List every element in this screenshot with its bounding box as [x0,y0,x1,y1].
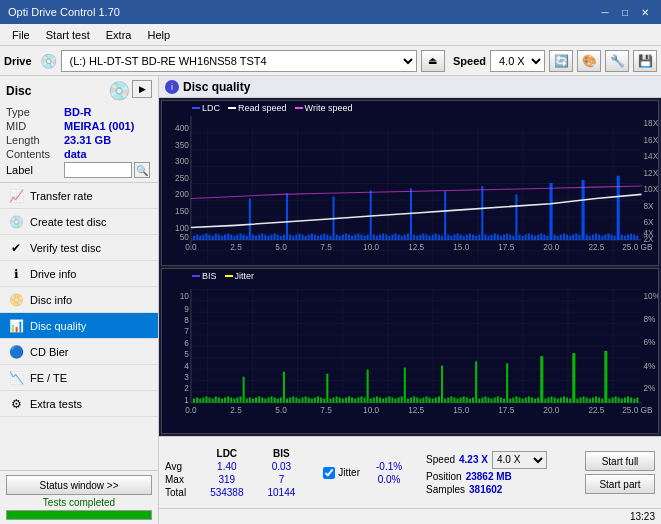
nav-transfer-rate[interactable]: 📈 Transfer rate [0,183,158,209]
svg-rect-247 [329,399,331,403]
svg-text:12X: 12X [644,169,658,178]
save-btn[interactable]: 💾 [633,50,657,72]
nav-create-test-disc[interactable]: 💿 Create test disc [0,209,158,235]
nav-disc-info[interactable]: 📀 Disc info [0,287,158,313]
svg-rect-149 [560,235,562,240]
svg-rect-312 [531,398,533,403]
extra-tests-icon: ⚙ [8,396,24,412]
drive-select[interactable]: (L:) HL-DT-ST BD-RE WH16NS58 TST4 [61,50,417,72]
col-ldc: LDC [198,447,255,460]
nav-cd-bier[interactable]: 🔵 CD Bier [0,339,158,365]
disc-label-btn[interactable]: 🔍 [134,162,150,178]
chart1-svg: 400 350 300 250 200 150 100 50 18X 16X 1… [162,101,658,265]
menu-file[interactable]: File [4,27,38,43]
svg-rect-241 [311,399,313,403]
svg-text:14X: 14X [644,152,658,161]
svg-rect-311 [528,396,530,402]
svg-rect-310 [525,398,527,403]
svg-rect-280 [432,399,434,403]
refresh-btn[interactable]: 🔄 [549,50,573,72]
nav-drive-info[interactable]: ℹ Drive info [0,261,158,287]
settings-btn2[interactable]: 🔧 [605,50,629,72]
svg-rect-313 [534,399,536,403]
svg-text:3: 3 [184,373,189,382]
svg-rect-161 [598,235,600,240]
chart-ldc: LDC Read speed Write speed [161,100,659,266]
svg-rect-225 [261,398,263,403]
nav-disc-quality[interactable]: 📊 Disc quality [0,313,158,339]
svg-rect-214 [227,396,229,402]
svg-rect-272 [407,399,409,403]
menu-extra[interactable]: Extra [98,27,140,43]
svg-rect-279 [429,398,431,403]
svg-rect-219 [243,377,245,403]
legend-jitter-label: Jitter [235,271,255,281]
svg-rect-237 [298,399,300,403]
svg-rect-46 [240,234,242,240]
close-btn[interactable]: ✕ [637,5,653,19]
eject-btn[interactable]: ⏏ [421,50,445,72]
svg-rect-267 [391,398,393,403]
speed-label: Speed [453,55,486,67]
svg-rect-121 [472,235,474,240]
svg-rect-53 [261,234,263,240]
content-area: i Disc quality LDC Read speed [159,76,661,524]
svg-rect-137 [522,236,524,240]
svg-rect-60 [283,235,285,240]
svg-rect-208 [209,398,211,403]
svg-rect-338 [615,396,617,402]
svg-rect-249 [336,396,338,402]
svg-rect-230 [277,399,279,403]
svg-rect-36 [209,235,211,240]
svg-rect-307 [515,396,517,402]
svg-rect-315 [540,356,543,403]
speed-select2[interactable]: 4.0 X [492,451,547,469]
disc-label-input[interactable] [64,162,132,178]
position-row: Position 23862 MB [426,471,547,482]
svg-rect-297 [484,396,486,402]
svg-rect-32 [196,235,198,240]
menu-start-test[interactable]: Start test [38,27,98,43]
svg-rect-159 [592,235,594,240]
svg-text:4: 4 [184,362,189,371]
content-title: Disc quality [183,80,250,94]
max-jitter: 0.0% [364,473,414,486]
svg-rect-295 [478,399,480,403]
cd-bier-icon: 🔵 [8,344,24,360]
jitter-checkbox[interactable] [323,467,335,479]
nav-fe-te[interactable]: 📉 FE / TE [0,365,158,391]
settings-btn1[interactable]: 🎨 [577,50,601,72]
start-part-btn[interactable]: Start part [585,474,655,494]
disc-mid-row: MID MEIRA1 (001) [6,120,152,132]
svg-rect-57 [274,234,276,240]
time-display: 13:23 [630,511,655,522]
svg-rect-213 [224,398,226,403]
chart-bis: BIS Jitter [161,268,659,434]
svg-rect-343 [630,398,632,403]
nav-verify-test-disc[interactable]: ✔ Verify test disc [0,235,158,261]
maximize-btn[interactable]: □ [617,5,633,19]
svg-rect-61 [286,193,288,239]
speed-select[interactable]: 4.0 X 8.0 X [490,50,545,72]
nav-verify-disc-label: Verify test disc [30,242,101,254]
stats-row-max: Max 319 7 [165,473,307,486]
svg-rect-254 [351,398,353,403]
svg-rect-234 [289,398,291,403]
verify-disc-icon: ✔ [8,240,24,256]
svg-rect-69 [311,234,313,240]
svg-rect-65 [298,234,300,240]
svg-text:15.0: 15.0 [453,243,469,252]
start-full-btn[interactable]: Start full [585,451,655,471]
svg-rect-70 [314,235,316,240]
nav-extra-tests-label: Extra tests [30,398,82,410]
svg-rect-259 [367,370,369,403]
minimize-btn[interactable]: ─ [597,5,613,19]
status-window-btn[interactable]: Status window >> [6,475,152,495]
disc-btn[interactable]: ▶ [132,80,152,98]
svg-text:250: 250 [175,174,189,183]
svg-rect-120 [469,234,471,240]
svg-rect-327 [579,398,581,403]
menu-help[interactable]: Help [139,27,178,43]
nav-extra-tests[interactable]: ⚙ Extra tests [0,391,158,417]
svg-text:5.0: 5.0 [275,243,287,252]
